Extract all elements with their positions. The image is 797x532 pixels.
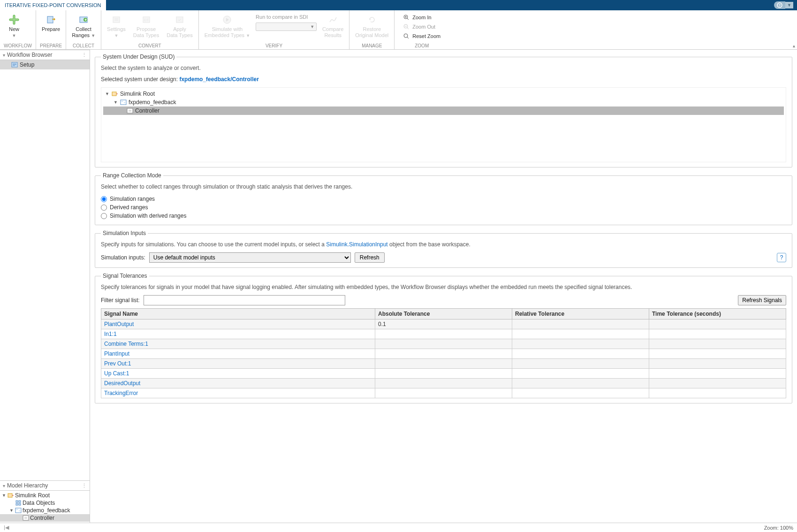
signal-link[interactable]: PlantOutput (104, 321, 134, 327)
time-tol-cell[interactable] (649, 349, 786, 359)
col-signal-name[interactable]: Signal Name (101, 309, 375, 319)
zoom-out-icon (403, 23, 410, 30)
ribbon-collapse-button[interactable]: ▴ (793, 43, 795, 48)
signal-link[interactable]: Prev Out:1 (104, 360, 131, 367)
table-row[interactable]: In1:1 (101, 329, 786, 339)
svg-rect-27 (124, 102, 125, 103)
tree-arrow-icon: ▼ (9, 508, 14, 513)
new-button[interactable]: New▼ (4, 13, 24, 39)
table-row[interactable]: Up Cast:1 (101, 369, 786, 379)
abs-tol-cell[interactable] (375, 329, 512, 339)
tree-root[interactable]: ▼ Simulink Root (0, 492, 90, 499)
signal-link[interactable]: Up Cast:1 (104, 370, 129, 377)
zoom-in-button[interactable]: Zoom In (403, 13, 440, 22)
abs-tol-cell[interactable]: 0.1 (375, 319, 512, 329)
titlebar-tab[interactable]: ITERATIVE FIXED-POINT CONVERSION (0, 0, 106, 10)
sim-inputs-label: Simulation inputs: (101, 254, 145, 261)
filter-signal-input[interactable] (144, 295, 345, 305)
time-tol-cell[interactable] (649, 388, 786, 398)
help-dropdown[interactable]: ▼ (785, 2, 793, 8)
help-button[interactable]: ? (774, 1, 785, 9)
help-info-button[interactable]: ? (777, 253, 786, 262)
zoom-in-label: Zoom In (412, 15, 431, 20)
signal-link[interactable]: Combine Terms:1 (104, 341, 148, 347)
rel-tol-cell[interactable] (512, 339, 649, 349)
abs-tol-cell[interactable] (375, 369, 512, 379)
range-option-derived[interactable]: Derived ranges (101, 203, 786, 212)
statusbar: |◀ Zoom: 100% (0, 523, 797, 532)
rel-tol-cell[interactable] (512, 349, 649, 359)
collect-ranges-button[interactable]: CollectRanges ▼ (70, 13, 97, 39)
signal-link[interactable]: PlantInput (104, 350, 129, 357)
col-rel-tol[interactable]: Relative Tolerance (512, 309, 649, 319)
range-radio-1[interactable] (101, 196, 107, 202)
data-objects-icon (15, 500, 22, 506)
sud-value-link[interactable]: fxpdemo_feedback/Controller (179, 76, 258, 83)
first-page-icon[interactable]: |◀ (4, 524, 9, 531)
col-time-tol[interactable]: Time Tolerance (seconds) (649, 309, 786, 319)
simulation-input-link[interactable]: Simulink.SimulationInput (326, 241, 387, 248)
time-tol-cell[interactable] (649, 379, 786, 388)
col-abs-tol[interactable]: Absolute Tolerance (375, 309, 512, 319)
rel-tol-cell[interactable] (512, 359, 649, 369)
sim-inputs-select[interactable]: Use default model inputs (149, 252, 351, 263)
zoom-out-button[interactable]: Zoom Out (403, 23, 440, 31)
sud-tree-model[interactable]: ▼ fxpdemo_feedback (103, 98, 784, 106)
sud-label: Selected system under design: (101, 76, 178, 83)
time-tol-cell[interactable] (649, 329, 786, 339)
signal-link[interactable]: DesiredOutput (104, 380, 140, 387)
refresh-signals-button[interactable]: Refresh Signals (738, 295, 786, 305)
ribbon: New▼ WORKFLOW Prepare PREPARE CollectRan… (0, 10, 797, 50)
sud-tree-root[interactable]: ▼ Simulink Root (103, 90, 784, 98)
time-tol-cell[interactable] (649, 359, 786, 369)
run-compare-select[interactable]: ▼ (256, 23, 317, 31)
sim-inputs-legend: Simulation Inputs (101, 230, 148, 236)
tree-data-objects[interactable]: Data Objects (0, 499, 90, 507)
time-tol-cell[interactable] (649, 339, 786, 349)
model-hierarchy-header[interactable]: ▾ Model Hierarchy ⋮ (0, 480, 90, 491)
panel-menu-icon[interactable]: ⋮ (82, 483, 87, 489)
rel-tol-cell[interactable] (512, 379, 649, 388)
subsystem-icon (127, 107, 133, 114)
table-row[interactable]: DesiredOutput (101, 379, 786, 388)
workflow-setup-item[interactable]: Setup (0, 60, 90, 69)
table-row[interactable]: PlantOutput0.1 (101, 319, 786, 329)
svg-text:DT: DT (144, 18, 149, 22)
tree-controller[interactable]: Controller (0, 514, 90, 522)
range-radio-2[interactable] (101, 205, 107, 211)
abs-tol-cell[interactable] (375, 379, 512, 388)
time-tol-cell[interactable] (649, 369, 786, 379)
new-icon (8, 14, 20, 25)
zoom-status: Zoom: 100% (764, 525, 793, 531)
rel-tol-cell[interactable] (512, 329, 649, 339)
rel-tol-cell[interactable] (512, 388, 649, 398)
rel-tol-cell[interactable] (512, 319, 649, 329)
signal-link[interactable]: In1:1 (104, 331, 117, 337)
time-tol-cell[interactable] (649, 319, 786, 329)
table-row[interactable]: Prev Out:1 (101, 359, 786, 369)
table-row[interactable]: TrackingError (101, 388, 786, 398)
table-row[interactable]: Combine Terms:1 (101, 339, 786, 349)
svg-rect-8 (176, 17, 183, 23)
signal-link[interactable]: TrackingError (104, 390, 138, 396)
propose-button: DT ProposeData Types (131, 13, 161, 39)
settings-label: Settings (107, 26, 126, 32)
refresh-button[interactable]: Refresh (355, 252, 385, 263)
abs-tol-cell[interactable] (375, 359, 512, 369)
table-row[interactable]: PlantInput (101, 349, 786, 359)
rel-tol-cell[interactable] (512, 369, 649, 379)
tree-model[interactable]: ▼ fxpdemo_feedback (0, 507, 90, 514)
range-radio-3[interactable] (101, 213, 107, 219)
restore-button: RestoreOriginal Model (353, 13, 390, 39)
range-option-simulation[interactable]: Simulation ranges (101, 195, 786, 203)
panel-menu-icon[interactable]: ⋮ (82, 52, 87, 58)
compare-results-button: CompareResults (320, 13, 345, 39)
range-option-sim-derived[interactable]: Simulation with derived ranges (101, 212, 786, 220)
abs-tol-cell[interactable] (375, 349, 512, 359)
reset-zoom-button[interactable]: Reset Zoom (403, 32, 440, 40)
abs-tol-cell[interactable] (375, 388, 512, 398)
sud-tree-controller[interactable]: Controller (103, 106, 784, 115)
abs-tol-cell[interactable] (375, 339, 512, 349)
prepare-button[interactable]: Prepare (40, 13, 62, 33)
workflow-browser-header[interactable]: ▾ Workflow Browser ⋮ (0, 50, 90, 60)
